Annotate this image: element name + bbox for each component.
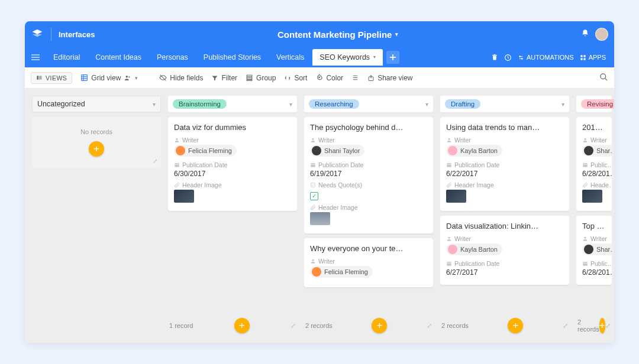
chevron-down-icon[interactable]: ▾	[561, 101, 564, 108]
writer-chip[interactable]: Shar…	[582, 145, 612, 157]
expand-icon[interactable]: ⤢	[427, 322, 432, 330]
svg-rect-12	[37, 76, 38, 79]
record-card[interactable]: Why everyone on your te…WriterFelicia Fl…	[304, 238, 433, 287]
tab-published-stories[interactable]: Published Stories	[196, 49, 268, 66]
column-body[interactable]: The psychology behind d…WriterShani Tayl…	[304, 117, 433, 316]
tab-content-ideas[interactable]: Content Ideas	[88, 49, 149, 66]
person-icon	[582, 137, 588, 143]
history-icon[interactable]	[504, 54, 512, 61]
header-image-thumbnail[interactable]	[582, 190, 602, 203]
add-record-button[interactable]: +	[89, 141, 104, 157]
expand-icon[interactable]: ⤢	[563, 322, 568, 330]
writer-chip[interactable]: Felicia Fleming	[174, 145, 237, 157]
trash-icon[interactable]	[491, 54, 498, 61]
column-header[interactable]: Drafting▾	[440, 96, 569, 112]
views-button[interactable]: VIEWS	[31, 72, 72, 84]
column-header[interactable]: Uncategorized▾	[32, 96, 161, 112]
add-record-button[interactable]: +	[508, 318, 523, 333]
column-header[interactable]: Revising▾	[576, 96, 612, 112]
avatar	[584, 146, 593, 155]
record-card[interactable]: Top 10…WriterShar…Public…6/28/201…	[576, 216, 612, 285]
column-header[interactable]: Brainstorming▾	[168, 96, 297, 112]
filter-button[interactable]: Filter	[211, 74, 237, 82]
share-view-button[interactable]: Share view	[367, 74, 412, 82]
publication-date: 6/22/2017	[446, 170, 563, 178]
writer-chip[interactable]: Kayla Barton	[446, 145, 502, 157]
kanban-board[interactable]: Uncategorized▾No records+⤢Brainstorming▾…	[25, 89, 614, 343]
tab-personas[interactable]: Personas	[150, 49, 195, 66]
calendar-icon	[446, 162, 452, 168]
attachment-icon	[310, 204, 316, 210]
attachment-icon	[174, 182, 180, 188]
avatar	[584, 245, 593, 254]
hamburger-icon[interactable]	[27, 49, 44, 66]
gridview-button[interactable]: Grid view ▾	[80, 74, 138, 82]
column-researching: Researching▾The psychology behind d…Writ…	[304, 96, 433, 336]
tabs-right: AUTOMATIONS APPS	[491, 54, 612, 61]
color-button[interactable]: Color	[315, 74, 343, 82]
header-image-thumbnail[interactable]	[446, 190, 466, 203]
svg-point-48	[584, 237, 586, 239]
column-body[interactable]: No records+⤢	[32, 117, 161, 336]
column-footer: 2 records+⤢	[576, 316, 612, 336]
column-body[interactable]: 2017 to…WriterShar…Public…6/28/201…Heade…	[576, 117, 612, 316]
publication-date: 6/28/201…	[582, 268, 606, 277]
writer-chip[interactable]: Shani Taylor	[310, 145, 364, 157]
writer-chip[interactable]: Felicia Fleming	[310, 266, 373, 278]
svg-rect-13	[39, 76, 42, 79]
card-title: Top 10…	[582, 222, 606, 230]
bell-icon[interactable]	[581, 29, 589, 40]
add-record-button[interactable]: +	[372, 318, 387, 333]
tab-seo-keywords[interactable]: SEO Keywords▾	[312, 49, 383, 66]
writer-chip[interactable]: Kayla Barton	[446, 243, 502, 255]
card-title: Data viz for dummies	[174, 123, 291, 132]
header-image-thumbnail[interactable]	[310, 212, 330, 225]
topbar-right	[581, 28, 608, 41]
needs-quotes-checkbox[interactable]: ✓	[310, 192, 318, 200]
record-card[interactable]: 2017 to…WriterShar…Public…6/28/201…Heade…	[576, 117, 612, 211]
column-body[interactable]: Using data trends to man…WriterKayla Bar…	[440, 117, 569, 316]
column-brainstorming: Brainstorming▾Data viz for dummiesWriter…	[168, 96, 297, 336]
avatar[interactable]	[595, 28, 608, 41]
record-card[interactable]: The psychology behind d…WriterShani Tayl…	[304, 117, 433, 233]
publication-date: 6/30/2017	[174, 170, 291, 178]
avatar	[448, 146, 457, 155]
expand-icon[interactable]: ⤢	[605, 322, 611, 330]
expand-icon[interactable]: ⤢	[153, 158, 157, 164]
status-pill: Drafting	[445, 99, 480, 109]
workspace-name[interactable]: Interfaces	[59, 30, 95, 39]
group-button[interactable]: Group	[246, 74, 276, 82]
apps-button[interactable]: APPS	[580, 54, 606, 61]
automations-button[interactable]: AUTOMATIONS	[518, 54, 574, 61]
svg-rect-4	[390, 57, 396, 58]
add-tab-button[interactable]	[386, 51, 399, 64]
svg-point-18	[126, 75, 128, 77]
add-record-button[interactable]: +	[234, 318, 250, 333]
calendar-icon	[310, 162, 316, 168]
hide-fields-button[interactable]: Hide fields	[159, 74, 203, 82]
chevron-down-icon[interactable]: ▾	[289, 101, 292, 108]
expand-icon[interactable]: ⤢	[291, 322, 296, 330]
header-image-thumbnail[interactable]	[174, 190, 194, 203]
record-card[interactable]: Data viz for dummiesWriterFelicia Flemin…	[168, 117, 297, 211]
record-card[interactable]: Using data trends to man…WriterKayla Bar…	[440, 117, 569, 211]
writer-chip[interactable]: Shar…	[582, 243, 612, 255]
column-footer: 2 records+⤢	[304, 316, 433, 336]
checkbox-icon	[310, 182, 316, 188]
column-header[interactable]: Researching▾	[304, 96, 433, 112]
tab-verticals[interactable]: Verticals	[269, 49, 311, 66]
page-title[interactable]: Content Marketing Pipeline ▾	[102, 30, 574, 40]
svg-rect-46	[583, 163, 588, 167]
column-body[interactable]: Data viz for dummiesWriterFelicia Flemin…	[168, 117, 297, 316]
tab-editorial[interactable]: Editorial	[46, 49, 87, 66]
svg-rect-32	[175, 163, 179, 167]
chevron-down-icon[interactable]: ▾	[153, 101, 156, 108]
record-card[interactable]: Data visualization: Linkin…WriterKayla B…	[440, 216, 569, 285]
tabsbar: EditorialContent IdeasPersonasPublished …	[25, 47, 614, 67]
logo-icon[interactable]	[31, 28, 44, 41]
add-record-button[interactable]: +	[599, 318, 605, 333]
chevron-down-icon[interactable]: ▾	[425, 101, 428, 108]
search-icon[interactable]	[599, 73, 608, 83]
sort-button[interactable]: Sort	[284, 74, 307, 82]
rowheight-button[interactable]	[351, 74, 359, 82]
